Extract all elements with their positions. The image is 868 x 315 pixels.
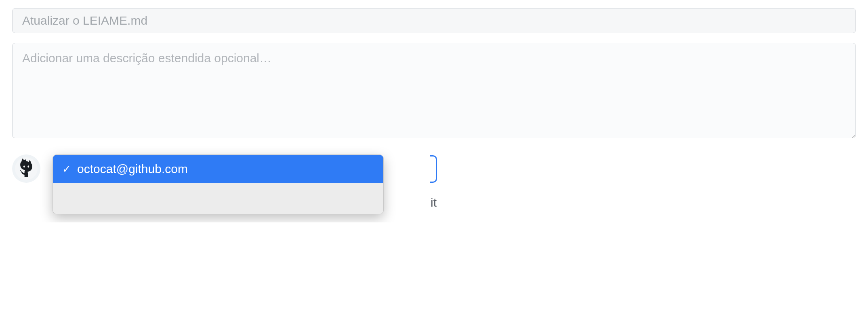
avatar — [12, 154, 40, 183]
commit-description-textarea[interactable] — [12, 43, 856, 138]
dropdown-option-0[interactable]: ✓ octocat@github.com — [53, 155, 383, 183]
octocat-icon — [15, 157, 38, 180]
obscured-text: it — [431, 196, 437, 209]
dropdown-empty-area — [53, 183, 383, 214]
select-border-fragment — [430, 155, 437, 183]
svg-point-2 — [27, 165, 29, 167]
dropdown-option-label: octocat@github.com — [77, 162, 188, 176]
commit-summary-input[interactable] — [12, 8, 856, 33]
check-icon: ✓ — [61, 163, 72, 175]
svg-point-1 — [23, 165, 25, 167]
commit-author-row: ✓ octocat@github.com it — [12, 154, 856, 214]
dropdown-panel: ✓ octocat@github.com — [53, 154, 384, 214]
author-email-dropdown[interactable]: ✓ octocat@github.com it — [53, 154, 384, 214]
